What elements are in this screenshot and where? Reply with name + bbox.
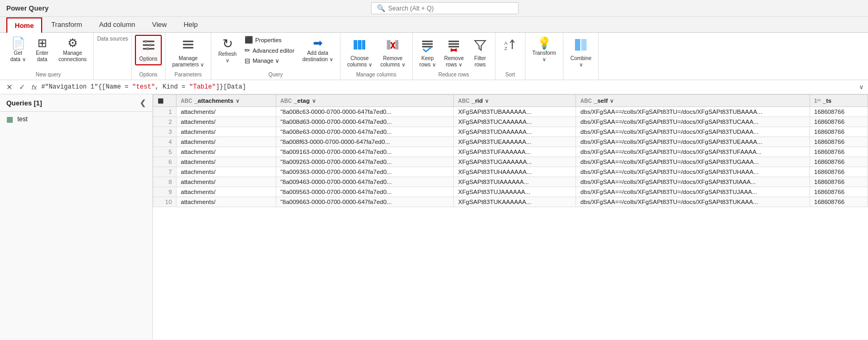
filter-rows-icon <box>473 37 487 54</box>
row-num-col-icon: ▦ <box>158 97 163 104</box>
manage-parameters-button[interactable]: Manageparameters ∨ <box>169 35 208 71</box>
sidebar-item-test[interactable]: ▦ test <box>0 112 152 127</box>
svg-rect-17 <box>422 43 433 45</box>
add-data-destination-button[interactable]: ➡ Add datadestination ∨ <box>299 35 337 65</box>
remove-rows-icon <box>446 37 461 54</box>
properties-button[interactable]: ⬛ Properties <box>241 35 298 45</box>
formula-expand-button[interactable]: ∨ <box>859 83 864 91</box>
get-data-icon: 📄 <box>11 37 25 49</box>
col-header-etag[interactable]: ABC _etag ∨ <box>276 95 453 107</box>
formula-confirm-button[interactable]: ✓ <box>17 82 27 92</box>
options-button[interactable]: Options <box>135 35 161 65</box>
sort-button[interactable]: A Z <box>499 35 522 58</box>
filter-self-button[interactable]: ∨ <box>610 98 613 104</box>
col-header-self[interactable]: ABC _self ∨ <box>576 95 810 107</box>
attachments-cell: attachments/ <box>177 197 276 207</box>
ribbon-group-transform: 💡 Transform∨ <box>525 33 563 80</box>
attachments-cell: attachments/ <box>177 117 276 127</box>
app-title: Power Query <box>6 4 48 12</box>
table-row[interactable]: 1 attachments/ "8a008c63-0000-0700-0000-… <box>153 107 868 117</box>
ts-cell: 168608766 <box>810 127 867 137</box>
svg-text:A: A <box>504 41 508 46</box>
attachments-cell: attachments/ <box>177 167 276 177</box>
ribbon: 📄 Getdata ∨ ⊞ Enterdata ⚙ Manageconnecti… <box>0 33 868 80</box>
data-grid-container[interactable]: ▦ ABC _attachments ∨ ABC _etag <box>153 94 868 339</box>
svg-rect-9 <box>354 40 357 50</box>
filter-etag-button[interactable]: ∨ <box>312 98 316 104</box>
row-num-cell: 2 <box>153 117 177 127</box>
manage-connections-button[interactable]: ⚙ Manageconnections <box>55 35 90 65</box>
ts-cell: 168608766 <box>810 177 867 187</box>
etag-cell: "8a008e63-0000-0700-0000-647fa7ed0... <box>276 127 453 137</box>
manage-button[interactable]: ⊟ Manage ∨ <box>241 56 298 66</box>
svg-rect-29 <box>581 39 587 51</box>
etag-cell: "8a009563-0000-0700-0000-647fa7ed0... <box>276 187 453 197</box>
svg-rect-16 <box>422 41 433 42</box>
tab-view[interactable]: View <box>144 17 175 32</box>
choose-columns-button[interactable]: Choosecolumns ∨ <box>344 35 376 71</box>
col-header-attachments[interactable]: ABC _attachments ∨ <box>177 95 276 107</box>
remove-rows-button[interactable]: Removerows ∨ <box>441 35 467 71</box>
self-cell: dbs/XFgSAA==/colls/XFgSAPt83TU=/docs/XFg… <box>576 147 810 157</box>
combine-button[interactable]: Combine∨ <box>567 35 595 71</box>
tab-home[interactable]: Home <box>6 17 42 33</box>
table-row[interactable]: 8 attachments/ "8a009463-0000-0700-0000-… <box>153 177 868 187</box>
svg-rect-6 <box>183 41 193 42</box>
table-row[interactable]: 6 attachments/ "8a009263-0000-0700-0000-… <box>153 157 868 167</box>
table-row[interactable]: 9 attachments/ "8a009563-0000-0700-0000-… <box>153 187 868 197</box>
svg-rect-8 <box>183 47 193 48</box>
properties-icon: ⬛ <box>245 36 253 44</box>
tab-help[interactable]: Help <box>175 17 206 32</box>
attachments-cell: attachments/ <box>177 177 276 187</box>
remove-columns-button[interactable]: Removecolumns ∨ <box>377 35 409 71</box>
filter-rid-button[interactable]: ∨ <box>485 98 489 104</box>
table-row[interactable]: 7 attachments/ "8a009363-0000-0700-0000-… <box>153 167 868 177</box>
formula-cancel-button[interactable]: ✕ <box>4 82 15 92</box>
table-row[interactable]: 3 attachments/ "8a008e63-0000-0700-0000-… <box>153 127 868 137</box>
ts-cell: 168608766 <box>810 187 867 197</box>
transform-button[interactable]: 💡 Transform∨ <box>529 35 560 65</box>
row-num-cell: 4 <box>153 137 177 147</box>
table-row[interactable]: 5 attachments/ "8a009163-0000-0700-0000-… <box>153 147 868 157</box>
etag-cell: "8a009663-0000-0700-0000-647fa7ed0... <box>276 197 453 207</box>
table-row[interactable]: 2 attachments/ "8a008d63-0000-0700-0000-… <box>153 117 868 127</box>
col-header-rid[interactable]: ABC _rid ∨ <box>454 95 576 107</box>
add-destination-icon: ➡ <box>313 37 323 49</box>
sidebar-collapse-button[interactable]: ❮ <box>140 99 146 107</box>
get-data-button[interactable]: 📄 Getdata ∨ <box>6 35 30 65</box>
row-num-cell: 10 <box>153 197 177 207</box>
search-input[interactable] <box>388 5 513 12</box>
ribbon-group-manage-columns: Choosecolumns ∨ Removecolumns ∨ Manage c… <box>340 33 413 80</box>
tab-add-column[interactable]: Add column <box>91 17 143 32</box>
data-sources-label: Data sources <box>97 36 128 42</box>
advanced-editor-button[interactable]: ✏ Advanced editor <box>241 45 298 55</box>
etag-cell: "8a009163-0000-0700-0000-647fa7ed0... <box>276 147 453 157</box>
svg-rect-28 <box>575 39 580 51</box>
keep-rows-button[interactable]: Keeprows ∨ <box>416 35 440 71</box>
options-group-label: Options <box>139 72 157 77</box>
combine-icon <box>573 37 588 54</box>
table-row[interactable]: 4 attachments/ "8a008f63-0000-0700-0000-… <box>153 137 868 147</box>
attachments-cell: attachments/ <box>177 107 276 117</box>
refresh-button[interactable]: ↻ Refresh∨ <box>214 35 240 66</box>
main-layout: Queries [1] ❮ ▦ test ▦ ABC <box>0 94 868 339</box>
enter-data-button[interactable]: ⊞ Enterdata <box>31 35 54 65</box>
transform-icon: 💡 <box>537 37 551 49</box>
sidebar: Queries [1] ❮ ▦ test <box>0 94 153 339</box>
self-cell: dbs/XFgSAA==/colls/XFgSAPt83TU=/docs/XFg… <box>576 117 810 127</box>
svg-rect-3 <box>145 40 147 43</box>
formula-bar-buttons: ✕ ✓ <box>4 82 27 92</box>
search-box[interactable]: 🔍 <box>371 2 519 14</box>
table-icon: ▦ <box>6 115 13 123</box>
table-row[interactable]: 10 attachments/ "8a009663-0000-0700-0000… <box>153 197 868 207</box>
filter-rows-button[interactable]: Filterrows <box>469 35 492 71</box>
ts-cell: 168608766 <box>810 167 867 177</box>
attachments-cell: attachments/ <box>177 147 276 157</box>
filter-attachments-button[interactable]: ∨ <box>236 98 239 104</box>
reduce-rows-label: Reduce rows <box>438 72 469 77</box>
svg-rect-10 <box>358 40 362 50</box>
self-cell: dbs/XFgSAA==/colls/XFgSAPt83TU=/docs/XFg… <box>576 197 810 207</box>
tab-transform[interactable]: Transform <box>43 17 90 32</box>
col-header-ts[interactable]: 1²³ _ts <box>810 95 867 107</box>
sidebar-title: Queries [1] <box>6 99 42 107</box>
